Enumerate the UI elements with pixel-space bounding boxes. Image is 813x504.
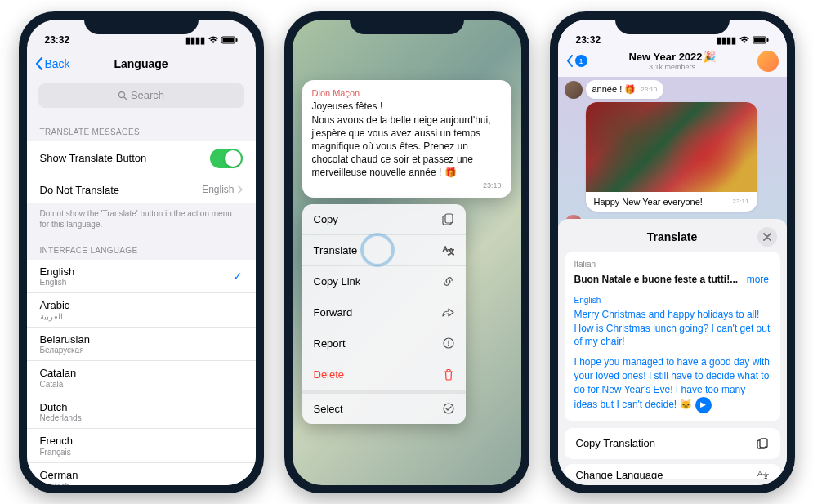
target-language-label: English [574, 296, 771, 305]
svg-rect-13 [753, 38, 765, 42]
svg-point-3 [118, 91, 124, 97]
context-menu: Copy Translate A文 Copy Link Forward Repo… [302, 204, 466, 424]
row-do-not-translate[interactable]: Do Not Translate English [27, 176, 256, 203]
trash-icon [443, 368, 454, 381]
chat-header: 1 New Year 2022🎉 3.1k members [558, 47, 787, 77]
chevron-right-icon [238, 185, 243, 194]
menu-select[interactable]: Select [302, 390, 466, 424]
translated-text: Merry Christmas and happy holidays to al… [574, 308, 771, 413]
close-button[interactable] [757, 227, 777, 247]
language-native: Deutsch [40, 482, 78, 485]
search-placeholder: Search [131, 89, 164, 101]
language-row[interactable]: CatalanCatalà [27, 361, 256, 395]
language-row[interactable]: GermanDeutsch [27, 463, 256, 484]
language-name: Dutch [40, 401, 82, 414]
copy-icon [442, 213, 454, 225]
language-list: EnglishEnglish✓ArabicالعربيةBelarusianБе… [27, 260, 256, 485]
phone-context-menu: Dion Maçon Joyeuses fêtes ! Nous avons d… [284, 11, 529, 493]
row-label: Do Not Translate [40, 184, 120, 196]
notch [615, 11, 730, 34]
back-button[interactable]: 1 [566, 55, 587, 67]
nav-bar: Back Language [27, 47, 256, 80]
language-native: English [40, 278, 75, 287]
signal-icon: ▮▮▮▮ [717, 35, 736, 46]
svg-rect-15 [760, 439, 767, 448]
close-icon [763, 233, 771, 241]
original-text: Buon Natale e buone feste a tutti!... [574, 274, 739, 285]
menu-copy[interactable]: Copy [302, 204, 466, 235]
row-show-translate-button[interactable]: Show Translate Button [27, 141, 256, 176]
toggle-show-translate[interactable] [210, 149, 243, 168]
language-row[interactable]: EnglishEnglish✓ [27, 260, 256, 294]
status-time: 23:32 [576, 34, 601, 46]
search-icon [118, 91, 127, 100]
menu-copy-link[interactable]: Copy Link [302, 266, 466, 297]
phone-translate-sheet: 23:32 ▮▮▮▮ 1 New Year 2022🎉 3.1k members [550, 11, 795, 493]
signal-icon: ▮▮▮▮ [185, 35, 205, 46]
svg-text:文: 文 [762, 472, 769, 479]
chat-subtitle: 3.1k members [587, 63, 757, 71]
photo-message[interactable]: Happy New Year everyone! 23:11 [586, 102, 757, 212]
back-label: Back [45, 57, 70, 70]
translate-sheet: Translate Italian Buon Natale e buone fe… [558, 219, 787, 485]
footer-note: Do not show the 'Translate' button in th… [27, 203, 256, 234]
svg-rect-14 [767, 38, 769, 42]
wifi-icon [208, 36, 219, 44]
svg-rect-1 [222, 38, 234, 42]
notch [350, 11, 464, 34]
svg-rect-2 [236, 38, 238, 42]
menu-translate[interactable]: Translate A文 [302, 235, 466, 266]
language-row[interactable]: Arabicالعربية [27, 293, 256, 328]
speak-button[interactable]: ▶ [695, 397, 712, 413]
select-icon [443, 403, 454, 414]
message-preview-card: Dion Maçon Joyeuses fêtes ! Nous avons d… [302, 80, 511, 197]
chevron-left-icon [566, 55, 574, 67]
menu-report[interactable]: Report [302, 328, 466, 359]
message-time: 23:10 [312, 181, 502, 190]
back-button[interactable]: Back [35, 57, 70, 70]
phone-language-settings: 23:32 ▮▮▮▮ Back Language Search TRANSLAT… [19, 11, 264, 493]
language-native: Беларуская [40, 346, 90, 355]
menu-delete[interactable]: Delete [302, 359, 466, 390]
page-title: Language [114, 57, 168, 70]
language-name: English [40, 265, 75, 279]
menu-forward[interactable]: Forward [302, 297, 466, 328]
language-row[interactable]: DutchNederlands [27, 395, 256, 430]
search-input[interactable]: Search [38, 83, 244, 108]
copy-translation-button[interactable]: Copy Translation [565, 428, 780, 459]
message-time: 23:11 [732, 198, 748, 205]
status-time: 23:32 [45, 34, 70, 46]
sheet-title: Translate [647, 230, 697, 243]
original-language-label: Italian [574, 260, 771, 269]
forward-icon [441, 307, 454, 318]
row-value: English [202, 184, 234, 195]
change-language-button[interactable]: Change Language A文 [565, 464, 780, 479]
translate-icon: A文 [756, 469, 769, 479]
chat-avatar[interactable] [757, 51, 779, 72]
chevron-left-icon [35, 57, 43, 70]
chat-title: New Year 2022🎉 [587, 51, 757, 63]
link-icon [442, 275, 454, 288]
language-native: العربية [40, 312, 70, 321]
check-icon: ✓ [233, 270, 243, 283]
message-row[interactable]: année ! 🎁 23:10 [565, 80, 780, 99]
language-native: Français [40, 448, 73, 457]
language-row[interactable]: FrenchFrançais [27, 429, 256, 463]
language-name: French [40, 435, 73, 448]
language-native: Català [40, 380, 77, 389]
report-icon [443, 337, 454, 349]
message-author: Dion Maçon [312, 88, 502, 98]
battery-icon [221, 36, 238, 44]
svg-text:文: 文 [448, 248, 454, 256]
language-row[interactable]: BelarusianБеларуская [27, 328, 256, 362]
more-link[interactable]: more [747, 274, 769, 285]
photo-caption-text: Happy New Year everyone! [594, 197, 703, 207]
avatar [565, 81, 583, 99]
svg-point-11 [444, 404, 453, 413]
wifi-icon [739, 36, 750, 44]
unread-badge: 1 [575, 55, 587, 67]
translate-icon: A文 [441, 244, 454, 256]
battery-icon [753, 36, 769, 44]
photo-attachment [586, 102, 757, 192]
svg-line-4 [124, 97, 127, 100]
